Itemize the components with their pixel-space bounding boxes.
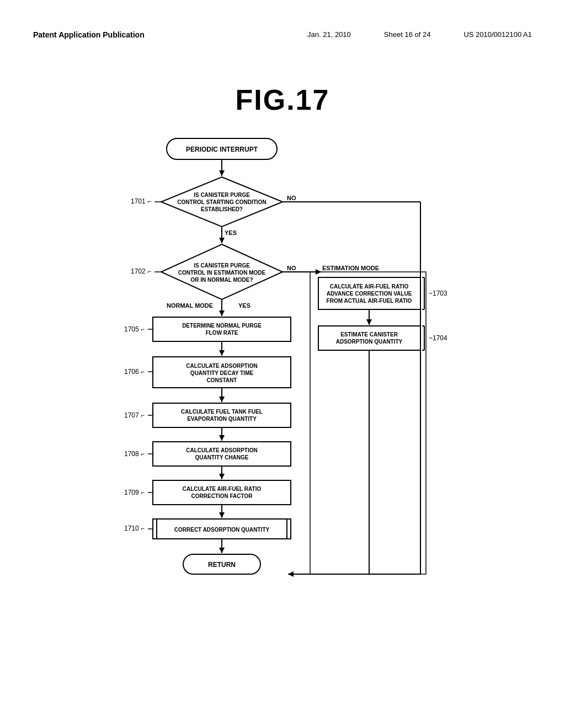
svg-text:1708 ⌐: 1708 ⌐ (124, 450, 145, 458)
svg-text:ESTIMATION MODE: ESTIMATION MODE (322, 265, 379, 271)
step-1701: 1701 ⌐ (131, 197, 151, 205)
svg-text:~1704: ~1704 (429, 334, 447, 342)
svg-text:QUANTITY DECAY TIME: QUANTITY DECAY TIME (190, 370, 254, 376)
svg-marker-79 (219, 512, 225, 518)
svg-text:CONTROL IN ESTIMATION MODE: CONTROL IN ESTIMATION MODE (178, 270, 266, 276)
publication-label: Patent Application Publication (33, 30, 145, 39)
svg-text:CALCULATE ADSORPTION: CALCULATE ADSORPTION (186, 447, 257, 453)
svg-text:YES: YES (238, 302, 250, 309)
svg-marker-11 (219, 238, 225, 243)
svg-rect-44 (153, 317, 291, 341)
svg-marker-50 (219, 350, 225, 356)
start-label: PERIODIC INTERRUPT (186, 146, 258, 153)
svg-text:ESTIMATE CANISTER: ESTIMATE CANISTER (340, 331, 398, 338)
svg-text:1710 ⌐: 1710 ⌐ (124, 524, 145, 532)
svg-rect-73 (153, 480, 291, 505)
flowchart-svg: PERIODIC INTERRUPT IS CANISTER PURGE CON… (67, 133, 498, 607)
svg-text:ADSORPTION QUANTITY: ADSORPTION QUANTITY (336, 339, 403, 345)
svg-text:IS CANISTER PURGE: IS CANISTER PURGE (194, 192, 250, 198)
svg-rect-59 (153, 403, 291, 427)
sheet-number: Sheet 16 of 24 (384, 30, 431, 39)
svg-marker-87 (219, 548, 225, 553)
svg-rect-36 (318, 326, 420, 350)
svg-text:NO: NO (287, 265, 296, 271)
svg-marker-65 (219, 435, 225, 441)
svg-text:IS CANISTER PURGE: IS CANISTER PURGE (194, 263, 250, 269)
svg-text:1702 ⌐: 1702 ⌐ (131, 267, 151, 275)
svg-text:CALCULATE FUEL TANK FUEL: CALCULATE FUEL TANK FUEL (181, 409, 263, 415)
svg-text:DETERMINE NORMAL PURGE: DETERMINE NORMAL PURGE (182, 323, 262, 329)
svg-text:EVAPORATION QUANTITY: EVAPORATION QUANTITY (187, 416, 257, 422)
svg-rect-66 (153, 442, 291, 466)
svg-marker-89 (288, 571, 294, 577)
svg-text:CORRECTION FACTOR: CORRECTION FACTOR (191, 493, 253, 499)
header-right: Jan. 21, 2010 Sheet 16 of 24 US 2010/001… (307, 30, 532, 39)
svg-text:ADVANCE CORRECTION VALUE: ADVANCE CORRECTION VALUE (327, 291, 412, 297)
svg-text:RETURN: RETURN (208, 561, 236, 569)
svg-rect-90 (310, 272, 426, 574)
publication-date: Jan. 21, 2010 (307, 30, 351, 39)
svg-text:CALCULATE AIR-FUEL RATIO: CALCULATE AIR-FUEL RATIO (183, 486, 262, 492)
svg-text:1706 ⌐: 1706 ⌐ (124, 368, 145, 376)
svg-text:NORMAL MODE: NORMAL MODE (167, 302, 213, 309)
header: Patent Application Publication Jan. 21, … (0, 0, 565, 39)
svg-text:OR IN NORMAL MODE?: OR IN NORMAL MODE? (190, 277, 253, 283)
patent-number: US 2010/0012100 A1 (463, 30, 532, 39)
svg-text:1707 ⌐: 1707 ⌐ (124, 411, 145, 419)
svg-text:CALCULATE AIR-FUEL RATIO: CALCULATE AIR-FUEL RATIO (330, 283, 409, 290)
svg-text:CORRECT ADSORPTION QUANTITY: CORRECT ADSORPTION QUANTITY (174, 527, 270, 533)
svg-text:CONSTANT: CONSTANT (207, 377, 237, 383)
label-yes1: YES (225, 229, 237, 236)
svg-text:FLOW RATE: FLOW RATE (206, 330, 238, 336)
figure-title: FIG.17 (0, 83, 565, 116)
svg-text:FROM ACTUAL AIR-FUEL RATIO: FROM ACTUAL AIR-FUEL RATIO (327, 298, 412, 304)
svg-text:~1703: ~1703 (429, 290, 447, 297)
svg-text:CONTROL STARTING CONDITION: CONTROL STARTING CONDITION (177, 199, 266, 205)
svg-text:1705 ⌐: 1705 ⌐ (124, 325, 145, 333)
svg-marker-2 (219, 170, 225, 176)
svg-marker-72 (219, 474, 225, 479)
svg-text:CALCULATE ADSORPTION: CALCULATE ADSORPTION (186, 363, 257, 369)
svg-text:ESTABLISHED?: ESTABLISHED? (201, 206, 243, 212)
label-no1: NO (287, 195, 296, 201)
svg-text:1709 ⌐: 1709 ⌐ (124, 489, 145, 496)
page: Patent Application Publication Jan. 21, … (0, 0, 565, 728)
svg-marker-25 (219, 311, 225, 316)
svg-marker-58 (219, 397, 225, 402)
svg-text:QUANTITY CHANGE: QUANTITY CHANGE (195, 454, 248, 461)
svg-marker-35 (366, 319, 372, 325)
